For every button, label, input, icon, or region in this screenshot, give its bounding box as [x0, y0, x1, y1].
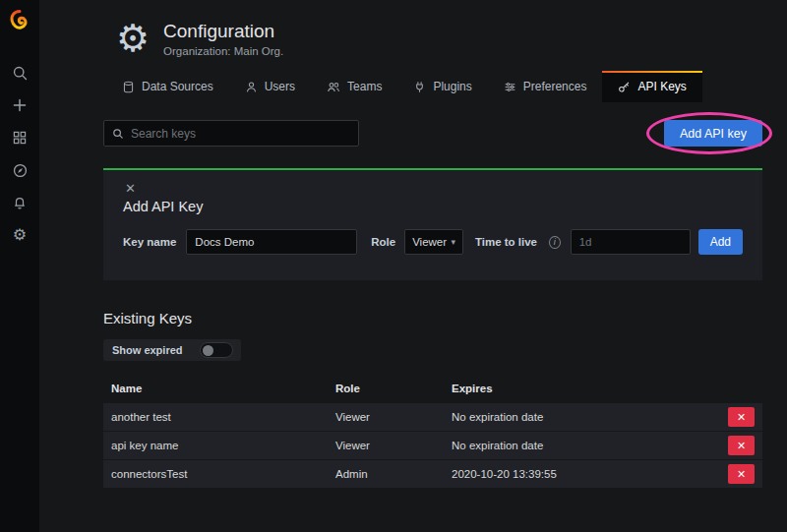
- chevron-down-icon: ▾: [451, 237, 455, 247]
- key-expires-cell: No expiration date: [452, 440, 715, 451]
- table-row: api key name Viewer No expiration date ✕: [103, 432, 762, 459]
- grafana-logo-icon[interactable]: [7, 8, 32, 33]
- keys-toolbar: Add API key: [103, 120, 762, 147]
- key-expires-cell: 2020-10-20 13:39:55: [452, 468, 715, 480]
- add-button[interactable]: Add: [698, 229, 743, 255]
- main-area: ⚙ Configuration Organization: Main Org. …: [39, 0, 787, 532]
- column-header-name: Name: [111, 383, 335, 394]
- role-select-value: Viewer: [412, 236, 447, 248]
- column-header-role: Role: [335, 383, 452, 394]
- tab-api-keys[interactable]: API Keys: [602, 71, 701, 102]
- key-role-cell: Viewer: [335, 440, 452, 451]
- show-expired-label: Show expired: [103, 339, 192, 361]
- api-keys-table: Name Role Expires another test Viewer No…: [103, 375, 762, 488]
- tab-users[interactable]: Users: [229, 71, 311, 102]
- delete-key-button[interactable]: ✕: [728, 436, 755, 455]
- toggle-knob: [203, 345, 213, 356]
- alerting-bell-icon[interactable]: [10, 193, 30, 212]
- tab-teams[interactable]: Teams: [311, 71, 397, 102]
- tab-plugins[interactable]: Plugins: [397, 71, 487, 102]
- role-label: Role: [371, 236, 395, 248]
- tab-label: Preferences: [523, 80, 587, 93]
- tab-label: API Keys: [637, 80, 686, 93]
- delete-key-button[interactable]: ✕: [728, 407, 755, 427]
- search-icon: [112, 128, 124, 140]
- sidebar-nav: ⚙: [10, 63, 30, 245]
- table-header-row: Name Role Expires: [103, 375, 762, 403]
- tab-data-sources[interactable]: Data Sources: [106, 71, 229, 102]
- create-plus-icon[interactable]: [10, 95, 30, 115]
- delete-key-button[interactable]: ✕: [728, 464, 755, 484]
- tab-label: Users: [265, 80, 295, 93]
- key-name-cell: connectorsTest: [111, 468, 335, 480]
- time-to-live-input[interactable]: [571, 229, 691, 255]
- search-icon[interactable]: [10, 63, 30, 83]
- tab-label: Data Sources: [142, 80, 213, 93]
- column-header-expires: Expires: [452, 383, 715, 394]
- table-row: another test Viewer No expiration date ✕: [103, 403, 762, 431]
- key-name-label: Key name: [123, 236, 176, 248]
- configuration-gear-icon[interactable]: ⚙: [10, 225, 30, 245]
- explore-compass-icon[interactable]: [10, 160, 30, 180]
- time-to-live-label: Time to live: [475, 236, 537, 248]
- page-subtitle: Organization: Main Org.: [163, 45, 283, 57]
- show-expired-control: Show expired: [103, 339, 241, 361]
- app-window: ⚙ ⚙ Configuration Organization: Main Org…: [0, 0, 787, 532]
- role-select[interactable]: Viewer ▾: [404, 229, 463, 255]
- tab-preferences[interactable]: Preferences: [488, 71, 603, 102]
- configuration-page-gear-icon: ⚙: [116, 20, 150, 57]
- add-api-key-button[interactable]: Add API key: [664, 120, 762, 147]
- search-keys-box[interactable]: [103, 120, 359, 147]
- add-api-key-panel: ✕ Add API Key Key name Role Viewer ▾ Tim…: [103, 168, 762, 280]
- existing-keys-title: Existing Keys: [103, 310, 762, 326]
- key-name-input[interactable]: [186, 229, 357, 255]
- tab-bar: Data Sources Users Teams Plugins Prefere…: [39, 71, 787, 102]
- key-name-cell: api key name: [111, 440, 335, 451]
- tab-label: Teams: [347, 80, 382, 93]
- add-panel-title: Add API Key: [123, 199, 743, 214]
- key-expires-cell: No expiration date: [452, 411, 715, 423]
- tab-label: Plugins: [433, 80, 471, 93]
- show-expired-toggle[interactable]: [200, 342, 233, 358]
- add-key-form: Key name Role Viewer ▾ Time to live i Ad…: [123, 229, 743, 255]
- table-row: connectorsTest Admin 2020-10-20 13:39:55…: [103, 460, 762, 488]
- page-header: ⚙ Configuration Organization: Main Org.: [39, 0, 787, 57]
- key-role-cell: Viewer: [335, 411, 452, 423]
- key-role-cell: Admin: [335, 468, 452, 480]
- key-name-cell: another test: [111, 411, 335, 423]
- info-icon[interactable]: i: [549, 236, 561, 249]
- page-title: Configuration: [163, 21, 283, 42]
- content: Add API key ✕ Add API Key Key name Role …: [103, 120, 762, 488]
- search-keys-input[interactable]: [131, 127, 350, 141]
- sidebar: ⚙: [0, 0, 39, 532]
- close-icon[interactable]: ✕: [123, 179, 138, 198]
- dashboards-grid-icon[interactable]: [10, 128, 30, 148]
